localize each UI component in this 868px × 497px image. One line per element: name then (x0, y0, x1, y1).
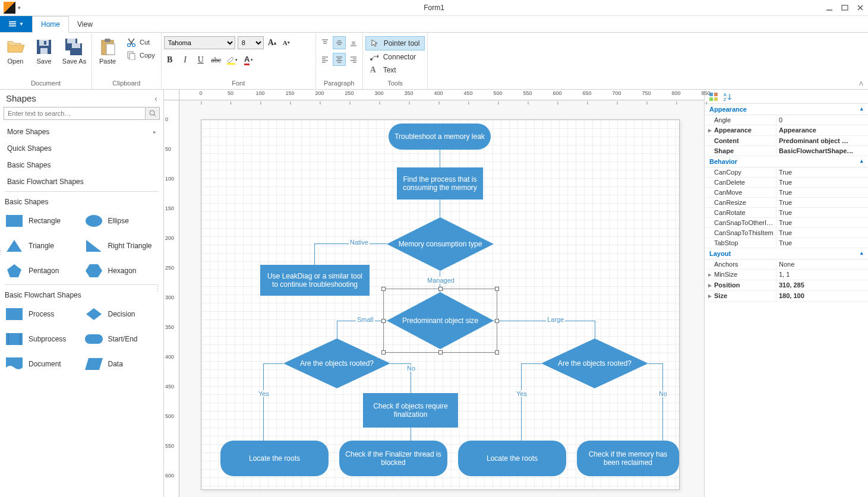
edge-label[interactable]: Large (546, 316, 565, 323)
shape-pentagon[interactable]: Pentagon (2, 258, 82, 283)
edge-label[interactable]: Yes (257, 390, 270, 397)
shapes-collapse-button[interactable]: ‹ (154, 93, 157, 103)
saveas-button[interactable]: Save As (59, 36, 89, 65)
prop-row[interactable]: CanRotateTrue (705, 208, 868, 218)
canvas-area[interactable]: 0501001502002503003504004505005506006507… (164, 90, 704, 497)
align-right-button[interactable] (347, 53, 360, 66)
edge-label[interactable]: No (406, 365, 416, 372)
connector[interactable] (440, 200, 440, 217)
paste-button[interactable]: Paste (94, 36, 121, 65)
align-middle-button[interactable] (333, 36, 346, 49)
node-process[interactable]: Find the process that is consuming the m… (397, 167, 483, 200)
shape-data[interactable]: Data (82, 352, 162, 376)
copy-button[interactable]: Copy (123, 49, 159, 61)
connector[interactable] (263, 363, 264, 441)
connector[interactable] (648, 363, 662, 364)
connector[interactable] (521, 363, 522, 441)
maximize-button[interactable] (841, 4, 849, 12)
category-flowchart-shapes[interactable]: Basic Flowchart Shapes (0, 173, 163, 190)
connector[interactable] (494, 321, 595, 321)
prop-row[interactable]: Angle0 (705, 115, 868, 125)
prop-category-behavior[interactable]: Behavior▴ (705, 156, 868, 167)
node-decision[interactable]: Are the objects rooted? (541, 338, 648, 388)
edge-label[interactable]: Yes (515, 390, 528, 397)
strike-button[interactable]: abc (210, 54, 222, 66)
open-button[interactable]: Open (2, 36, 29, 65)
prop-row[interactable]: CanDeleteTrue (705, 178, 868, 188)
underline-button[interactable]: U (195, 54, 207, 66)
node-decision[interactable]: Memory consumption type (387, 217, 494, 271)
node-terminator[interactable]: Locate the roots (220, 441, 329, 476)
node-terminator[interactable]: Troubleshoot a memory leak (389, 124, 491, 150)
connector[interactable] (411, 428, 411, 441)
align-center-button[interactable] (333, 53, 346, 66)
shape-hexagon[interactable]: Hexagon (82, 258, 162, 283)
prop-row[interactable]: CanMoveTrue (705, 188, 868, 198)
connector[interactable] (662, 363, 663, 441)
shape-right-triangle[interactable]: Right Triangle (82, 233, 162, 258)
font-size-select[interactable]: 8 (238, 36, 264, 49)
text-tool-button[interactable]: A Text (365, 64, 401, 77)
shape-triangle[interactable]: Triangle (2, 233, 82, 258)
edge-label[interactable]: Native (349, 239, 370, 246)
connector[interactable] (263, 363, 283, 364)
prop-row[interactable]: TabStopTrue (705, 238, 868, 248)
pointer-tool-button[interactable]: Pointer tool (365, 36, 425, 50)
grow-font-button[interactable]: A▴ (266, 37, 278, 49)
tab-view[interactable]: View (69, 16, 101, 32)
prop-row[interactable]: CanSnapToOtherItemsTrue (705, 218, 868, 228)
prop-alphabetical-button[interactable]: AZ (722, 91, 733, 102)
prop-row[interactable]: CanCopyTrue (705, 167, 868, 178)
connector[interactable] (314, 243, 315, 265)
prop-category-layout[interactable]: Layout▴ (705, 248, 868, 259)
shapes-search-button[interactable] (146, 107, 160, 120)
cut-button[interactable]: Cut (123, 36, 159, 48)
prop-row[interactable]: ▸Size180, 100 (705, 291, 868, 302)
font-color-button[interactable]: A▾ (241, 54, 257, 66)
connector[interactable] (390, 363, 411, 364)
save-button[interactable]: Save (31, 36, 57, 65)
align-left-button[interactable] (318, 53, 332, 66)
shape-decision[interactable]: Decision (82, 302, 162, 327)
shrink-font-button[interactable]: A▾ (280, 37, 292, 49)
shape-start-end[interactable]: Start/End (82, 327, 162, 352)
italic-button[interactable]: I (179, 54, 191, 66)
shape-ellipse[interactable]: Ellipse (82, 208, 162, 233)
connector[interactable] (521, 363, 541, 364)
prop-row[interactable]: CanSnapToThisItemTrue (705, 228, 868, 238)
category-more-shapes[interactable]: More Shapes▸ (0, 124, 163, 140)
align-bottom-button[interactable] (347, 36, 360, 49)
connector[interactable] (440, 150, 440, 167)
node-terminator[interactable]: Check if the Finalizer thread is blocked (339, 441, 447, 476)
splitter-handle[interactable]: ⋮ (0, 249, 4, 255)
align-top-button[interactable] (318, 36, 332, 49)
prop-category-appearance[interactable]: Appearance▴ (705, 104, 868, 115)
edge-label[interactable]: Managed (426, 277, 456, 284)
shapes-search-input[interactable] (4, 107, 146, 120)
category-quick-shapes[interactable]: Quick Shapes (0, 140, 163, 157)
prop-row[interactable]: ▸AppearanceAppearance (705, 125, 868, 136)
ribbon-collapse-button[interactable]: ᐱ (859, 80, 863, 87)
connector[interactable] (595, 321, 595, 338)
bold-button[interactable]: B (164, 54, 176, 66)
node-decision-selected[interactable]: Predominant object size (387, 292, 494, 349)
shape-rectangle[interactable]: Rectangle (2, 208, 82, 233)
node-process[interactable]: Check if objects require finalization (363, 393, 458, 428)
diagram-page[interactable]: Native Managed Small Large Yes No Yes No… (201, 119, 680, 490)
prop-row[interactable]: ShapeBasicFlowchartShape… (705, 146, 868, 156)
prop-row[interactable]: CanResizeTrue (705, 198, 868, 208)
highlight-button[interactable]: ▾ (226, 54, 238, 66)
shape-process[interactable]: Process (2, 302, 82, 327)
connector-tool-button[interactable]: Connector (365, 50, 421, 64)
qat-dropdown[interactable]: ▾ (18, 5, 21, 11)
shape-document[interactable]: Document (2, 352, 82, 376)
node-terminator[interactable]: Locate the roots (458, 441, 566, 476)
node-terminator[interactable]: Check if the memory has been reclaimed (577, 441, 679, 476)
file-menu-button[interactable]: ▼ (0, 16, 32, 32)
minimize-button[interactable] (825, 4, 834, 12)
connector[interactable] (337, 321, 337, 338)
edge-label[interactable]: No (658, 390, 668, 397)
prop-row[interactable]: ContentPredominant object … (705, 136, 868, 146)
font-family-select[interactable]: Tahoma (164, 36, 235, 49)
prop-row[interactable]: ▸Position310, 285 (705, 280, 868, 291)
